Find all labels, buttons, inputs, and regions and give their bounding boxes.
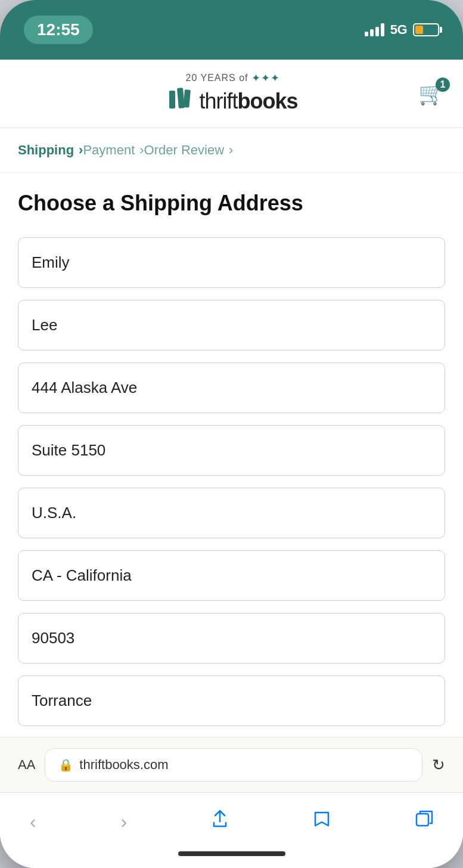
input-state[interactable] [18, 550, 445, 601]
form-field-last-name [18, 300, 445, 351]
input-address1[interactable] [18, 362, 445, 413]
breadcrumb: Shipping › Payment › Order Review › [0, 128, 463, 173]
breadcrumb-chevron-2: › [139, 142, 144, 158]
input-city[interactable] [18, 675, 445, 726]
form-field-first-name [18, 237, 445, 288]
breadcrumb-order-review[interactable]: Order Review › [144, 142, 234, 158]
url-bar[interactable]: 🔒 thriftbooks.com [45, 748, 422, 782]
url-text: thriftbooks.com [79, 757, 168, 773]
input-last-name[interactable] [18, 300, 445, 351]
books-icon [168, 87, 193, 116]
site-header: 20 YEARS of ✦✦✦ thriftbooks [0, 60, 463, 128]
input-address2[interactable] [18, 425, 445, 476]
home-bar [178, 851, 285, 856]
logo-text: thriftbooks [199, 89, 297, 114]
page-title: Choose a Shipping Address [18, 191, 445, 216]
cart-badge: 1 [436, 78, 450, 92]
stars-icon: ✦✦✦ [251, 72, 280, 85]
input-zip[interactable] [18, 613, 445, 664]
breadcrumb-chevron-1: › [79, 142, 83, 158]
input-first-name[interactable] [18, 237, 445, 288]
breadcrumb-chevron-3: › [229, 142, 233, 158]
battery-icon [413, 23, 439, 36]
logo-main: thriftbooks [168, 87, 297, 116]
cart-button[interactable]: 🛒 1 [418, 81, 445, 106]
bookmarks-button[interactable] [301, 804, 343, 839]
form-field-city [18, 675, 445, 726]
text-size-control[interactable]: AA [18, 757, 35, 773]
tabs-button[interactable] [403, 804, 445, 839]
form-field-address1 [18, 362, 445, 413]
bottom-toolbar: ‹ › [0, 792, 463, 845]
breadcrumb-payment-label: Payment [83, 142, 135, 158]
phone-frame: 12:55 5G 20 YEARS of ✦✦✦ [0, 0, 463, 868]
input-country[interactable] [18, 488, 445, 538]
svg-rect-0 [169, 91, 175, 108]
breadcrumb-shipping[interactable]: Shipping › [18, 142, 83, 158]
lock-icon: 🔒 [58, 758, 73, 772]
form-field-state [18, 550, 445, 601]
network-label: 5G [390, 22, 407, 38]
content-area: 20 YEARS of ✦✦✦ thriftbooks [0, 60, 463, 868]
svg-rect-3 [417, 814, 428, 826]
share-button[interactable] [200, 804, 240, 839]
form-field-zip [18, 613, 445, 664]
breadcrumb-order-review-label: Order Review [144, 142, 224, 158]
signal-bars-icon [365, 23, 384, 36]
reload-button[interactable]: ↻ [432, 756, 445, 774]
shipping-address-form [18, 237, 445, 737]
status-bar: 12:55 5G [0, 0, 463, 60]
breadcrumb-shipping-label: Shipping [18, 142, 74, 158]
status-time: 12:55 [24, 16, 93, 44]
logo-tagline: 20 YEARS of ✦✦✦ [186, 72, 281, 85]
back-button[interactable]: ‹ [18, 805, 48, 839]
breadcrumb-payment[interactable]: Payment › [83, 142, 144, 158]
form-field-address2 [18, 425, 445, 476]
form-field-country [18, 488, 445, 538]
svg-rect-2 [184, 89, 191, 108]
home-indicator [0, 845, 463, 868]
logo-tagline-text: 20 YEARS of [186, 73, 248, 83]
forward-button[interactable]: › [109, 805, 139, 839]
browser-bar: AA 🔒 thriftbooks.com ↻ [0, 737, 463, 792]
status-icons: 5G [365, 22, 439, 38]
page-body: Choose a Shipping Address [0, 173, 463, 737]
logo-area: 20 YEARS of ✦✦✦ thriftbooks [168, 72, 297, 116]
